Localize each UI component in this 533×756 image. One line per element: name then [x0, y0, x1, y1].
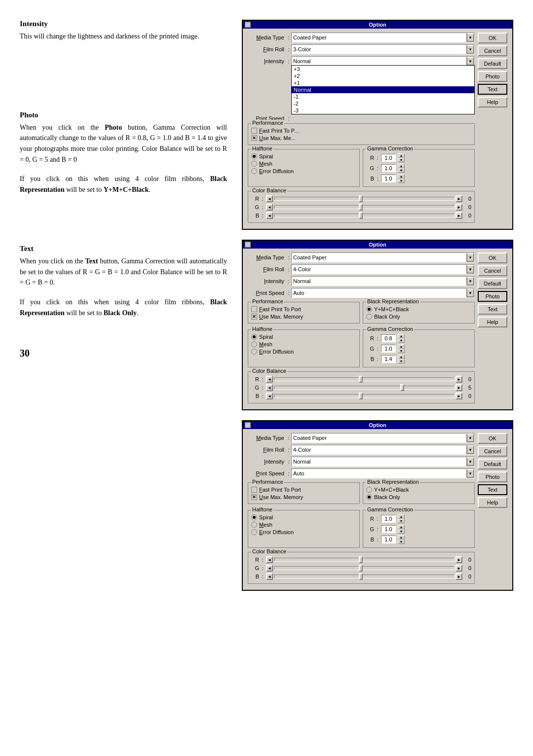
- spiral-radio2[interactable]: [251, 334, 257, 340]
- cb-r-left2[interactable]: ◄: [266, 376, 273, 383]
- print-speed-select3[interactable]: Auto ▼: [291, 468, 475, 478]
- media-type-arrow[interactable]: ▼: [466, 33, 474, 42]
- ymc-black-radio3[interactable]: [366, 487, 372, 493]
- gamma-g-down2[interactable]: ▼: [398, 349, 405, 353]
- photo-btn3[interactable]: Photo: [478, 471, 507, 482]
- help-btn3[interactable]: Help: [478, 497, 507, 508]
- dropdown-item-p2[interactable]: +2: [292, 72, 474, 79]
- cb-g-left2[interactable]: ◄: [266, 384, 273, 391]
- error-diff-radio3[interactable]: [251, 529, 257, 535]
- cb-b-track1[interactable]: [274, 214, 455, 217]
- print-speed-arrow2[interactable]: ▼: [466, 288, 474, 297]
- cb-g-thumb1[interactable]: [359, 204, 363, 211]
- dropdown-item-p1[interactable]: +1: [292, 79, 474, 86]
- gamma-g-down1[interactable]: ▼: [398, 168, 405, 173]
- cb-r-track1[interactable]: [274, 197, 455, 201]
- fast-print-check3[interactable]: [251, 487, 257, 493]
- text-btn2[interactable]: Text: [478, 304, 507, 315]
- gamma-b-down2[interactable]: ▼: [398, 359, 405, 363]
- default-btn2[interactable]: Default: [478, 278, 507, 289]
- spiral-radio1[interactable]: [251, 153, 257, 159]
- intensity-select3[interactable]: Normal ▼: [291, 457, 475, 467]
- dropdown-item-m1[interactable]: -1: [292, 93, 474, 100]
- cb-b-thumb3[interactable]: [359, 573, 363, 580]
- dropdown-item-normal[interactable]: Normal: [292, 86, 474, 93]
- film-roll-select2[interactable]: 4-Color ▼: [291, 264, 475, 274]
- cb-b-right1[interactable]: ►: [456, 212, 462, 219]
- cb-r-thumb2[interactable]: [359, 376, 363, 383]
- photo-btn2[interactable]: Photo: [478, 291, 507, 302]
- gamma-r-input2[interactable]: [381, 334, 396, 342]
- cb-g-track3[interactable]: [274, 566, 455, 570]
- error-diff-radio2[interactable]: [251, 349, 257, 355]
- error-diff-radio1[interactable]: [251, 168, 257, 174]
- gamma-g-up1[interactable]: ▲: [398, 164, 405, 168]
- dropdown-item-m3[interactable]: -3: [292, 107, 474, 114]
- dropdown-item-m2[interactable]: -2: [292, 100, 474, 107]
- media-type-arrow2[interactable]: ▼: [466, 253, 474, 262]
- intensity-arrow3[interactable]: ▼: [466, 457, 474, 466]
- media-type-select[interactable]: Coated Paper ▼: [291, 33, 475, 42]
- cancel-btn1[interactable]: Cancel: [478, 45, 507, 56]
- cb-b-left3[interactable]: ◄: [266, 573, 273, 580]
- gamma-r-input1[interactable]: [381, 154, 396, 162]
- gamma-b-up2[interactable]: ▲: [398, 355, 405, 359]
- gamma-r-up1[interactable]: ▲: [398, 153, 405, 158]
- dialog3-icon[interactable]: ─: [245, 422, 251, 428]
- use-max-check3[interactable]: [251, 494, 257, 500]
- fast-print-check1[interactable]: [251, 128, 257, 134]
- gamma-r-up2[interactable]: ▲: [398, 334, 405, 338]
- gamma-g-input2[interactable]: [381, 345, 396, 353]
- intensity-dropdown[interactable]: +3 +2 +1 Normal -1 -2 -3: [291, 65, 475, 114]
- mesh-radio3[interactable]: [251, 522, 257, 528]
- mesh-radio1[interactable]: [251, 161, 257, 167]
- cb-r-thumb1[interactable]: [359, 195, 363, 202]
- use-max-check1[interactable]: [251, 135, 257, 141]
- cb-b-track2[interactable]: [274, 394, 455, 398]
- cb-b-left2[interactable]: ◄: [266, 393, 273, 399]
- photo-btn1[interactable]: Photo: [478, 71, 507, 82]
- spiral-radio3[interactable]: [251, 514, 257, 520]
- film-roll-arrow[interactable]: ▼: [466, 45, 474, 54]
- cb-g-track2[interactable]: [274, 386, 455, 390]
- gamma-b-down1[interactable]: ▼: [398, 179, 405, 183]
- text-btn1[interactable]: Text: [478, 84, 507, 95]
- intensity-select[interactable]: Normal ▼: [291, 56, 475, 66]
- cb-g-left3[interactable]: ◄: [266, 565, 273, 572]
- cb-r-thumb3[interactable]: [359, 556, 363, 563]
- cb-g-right2[interactable]: ►: [456, 384, 462, 391]
- media-type-select2[interactable]: Coated Paper ▼: [291, 252, 475, 262]
- ok-btn1[interactable]: OK: [478, 33, 507, 43]
- black-only-radio2[interactable]: [366, 314, 372, 320]
- gamma-b-input3[interactable]: [381, 536, 396, 543]
- gamma-r-down3[interactable]: ▼: [398, 519, 405, 523]
- cb-b-thumb2[interactable]: [359, 393, 363, 399]
- gamma-r-down2[interactable]: ▼: [398, 338, 405, 343]
- cb-b-track3[interactable]: [274, 575, 455, 578]
- help-btn2[interactable]: Help: [478, 317, 507, 327]
- dialog2-icon[interactable]: ─: [245, 242, 251, 248]
- black-only-radio3[interactable]: [366, 494, 372, 500]
- cb-g-thumb3[interactable]: [359, 565, 363, 572]
- ok-btn3[interactable]: OK: [478, 433, 507, 444]
- media-type-select3[interactable]: Coated Paper ▼: [291, 433, 475, 443]
- gamma-b-up1[interactable]: ▲: [398, 174, 405, 179]
- cb-r-left3[interactable]: ◄: [266, 556, 273, 563]
- gamma-r-down1[interactable]: ▼: [398, 158, 405, 162]
- gamma-r-input3[interactable]: [381, 515, 396, 523]
- cb-r-track3[interactable]: [274, 558, 455, 562]
- cancel-btn2[interactable]: Cancel: [478, 265, 507, 276]
- cb-g-right3[interactable]: ►: [456, 565, 462, 572]
- print-speed-select2[interactable]: Auto ▼: [291, 288, 475, 298]
- cb-g-left1[interactable]: ◄: [266, 204, 273, 211]
- film-roll-select[interactable]: 3-Color ▼: [291, 44, 475, 54]
- gamma-g-up2[interactable]: ▲: [398, 344, 405, 349]
- gamma-g-input1[interactable]: [381, 164, 396, 172]
- cb-b-thumb1[interactable]: [359, 212, 363, 219]
- gamma-r-up3[interactable]: ▲: [398, 514, 405, 519]
- ok-btn2[interactable]: OK: [478, 252, 507, 263]
- cb-b-right3[interactable]: ►: [456, 573, 462, 580]
- cancel-btn3[interactable]: Cancel: [478, 446, 507, 457]
- ymc-black-radio2[interactable]: [366, 306, 372, 312]
- film-roll-arrow2[interactable]: ▼: [466, 265, 474, 274]
